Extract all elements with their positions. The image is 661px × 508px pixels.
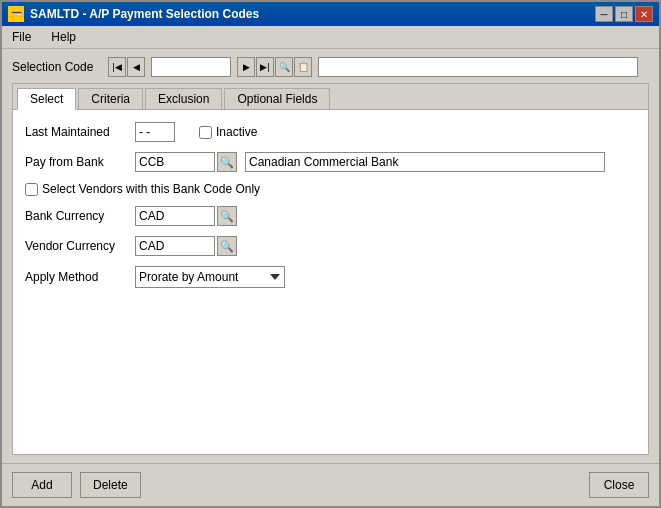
inactive-label: Inactive — [216, 125, 257, 139]
window-title: SAMLTD - A/P Payment Selection Codes — [30, 7, 259, 21]
minimize-button[interactable]: ─ — [595, 6, 613, 22]
date-row: Inactive — [135, 122, 257, 142]
close-button[interactable]: Close — [589, 472, 649, 498]
title-bar: 💳 SAMLTD - A/P Payment Selection Codes ─… — [2, 2, 659, 26]
inactive-check: Inactive — [199, 125, 257, 139]
menu-bar: File Help — [2, 26, 659, 49]
bank-currency-search-button[interactable]: 🔍 — [217, 206, 237, 226]
bank-currency-label: Bank Currency — [25, 209, 135, 223]
content-area: Selection Code |◀ ◀ ▶ ▶| 🔍 📋 Select Crit… — [2, 49, 659, 463]
pay-from-bank-input[interactable] — [135, 152, 215, 172]
title-controls: ─ □ ✕ — [595, 6, 653, 22]
last-maintained-label: Last Maintained — [25, 125, 135, 139]
selection-code-info-input[interactable] — [318, 57, 638, 77]
apply-method-dropdown[interactable]: Prorate by Amount FIFO LIFO Specific — [135, 266, 285, 288]
maximize-button[interactable]: □ — [615, 6, 633, 22]
pay-from-bank-desc-input[interactable] — [245, 152, 605, 172]
last-maintained-input[interactable] — [135, 122, 175, 142]
vendor-currency-search-button[interactable]: 🔍 — [217, 236, 237, 256]
add-button[interactable]: Add — [12, 472, 72, 498]
tab-optional-fields[interactable]: Optional Fields — [224, 88, 330, 109]
selection-code-input[interactable] — [151, 57, 231, 77]
last-maintained-row: Last Maintained Inactive — [25, 122, 636, 142]
window-icon: 💳 — [8, 6, 24, 22]
delete-button[interactable]: Delete — [80, 472, 141, 498]
apply-method-container: Prorate by Amount FIFO LIFO Specific — [135, 266, 285, 288]
pay-from-bank-row: Pay from Bank 🔍 — [25, 152, 636, 172]
apply-method-row: Apply Method Prorate by Amount FIFO LIFO… — [25, 266, 636, 288]
vendor-checkbox-row: Select Vendors with this Bank Code Only — [25, 182, 636, 196]
tab-select[interactable]: Select — [17, 88, 76, 110]
nav-controls-right: ▶ ▶| 🔍 📋 — [237, 57, 312, 77]
tab-criteria[interactable]: Criteria — [78, 88, 143, 109]
footer-left: Add Delete — [12, 472, 141, 498]
nav-prev-button[interactable]: ◀ — [127, 57, 145, 77]
title-bar-left: 💳 SAMLTD - A/P Payment Selection Codes — [8, 6, 259, 22]
close-window-button[interactable]: ✕ — [635, 6, 653, 22]
inactive-checkbox[interactable] — [199, 126, 212, 139]
nav-last-button[interactable]: ▶| — [256, 57, 274, 77]
vendor-currency-row: Vendor Currency 🔍 — [25, 236, 636, 256]
vendor-bank-code-checkbox[interactable] — [25, 183, 38, 196]
tab-bar: Select Criteria Exclusion Optional Field… — [13, 84, 648, 110]
nav-first-button[interactable]: |◀ — [108, 57, 126, 77]
nav-find-button[interactable]: 🔍 — [275, 57, 293, 77]
nav-new-button[interactable]: 📋 — [294, 57, 312, 77]
vendor-bank-code-label: Select Vendors with this Bank Code Only — [42, 182, 260, 196]
main-window: 💳 SAMLTD - A/P Payment Selection Codes ─… — [0, 0, 661, 508]
bank-currency-input[interactable] — [135, 206, 215, 226]
pay-from-bank-label: Pay from Bank — [25, 155, 135, 169]
menu-file[interactable]: File — [8, 28, 35, 46]
tab-exclusion[interactable]: Exclusion — [145, 88, 222, 109]
footer: Add Delete Close — [2, 463, 659, 506]
bank-currency-row: Bank Currency 🔍 — [25, 206, 636, 226]
tab-content-select: Last Maintained Inactive Pay from Bank 🔍 — [13, 110, 648, 454]
vendor-currency-input[interactable] — [135, 236, 215, 256]
selection-code-row: Selection Code |◀ ◀ ▶ ▶| 🔍 📋 — [12, 57, 649, 77]
menu-help[interactable]: Help — [47, 28, 80, 46]
nav-next-button[interactable]: ▶ — [237, 57, 255, 77]
vendor-currency-label: Vendor Currency — [25, 239, 135, 253]
apply-method-label: Apply Method — [25, 270, 135, 284]
nav-controls: |◀ ◀ — [108, 57, 145, 77]
tab-container: Select Criteria Exclusion Optional Field… — [12, 83, 649, 455]
selection-code-label: Selection Code — [12, 60, 102, 74]
pay-from-bank-search-button[interactable]: 🔍 — [217, 152, 237, 172]
